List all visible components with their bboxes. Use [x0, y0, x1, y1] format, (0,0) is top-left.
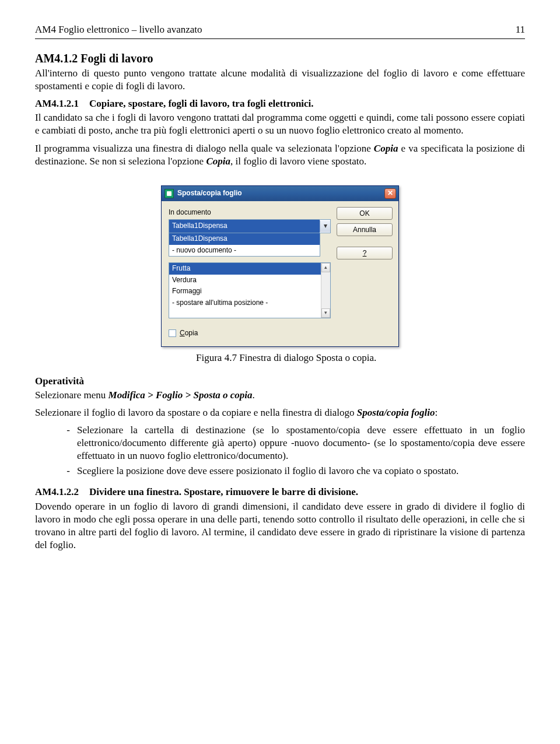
menu-path: Modifica > Foglio > Sposta o copia	[108, 389, 253, 401]
page-header: AM4 Foglio elettronico – livello avanzat…	[35, 23, 525, 36]
header-rule	[35, 38, 525, 39]
heading-number: AM4.1.2.1	[35, 98, 79, 109]
list-item[interactable]: - spostare all'ultima posizione -	[169, 297, 330, 309]
before-sheet-listbox[interactable]: Frutta Verdura Formaggi - spostare all'u…	[169, 262, 331, 318]
document-combobox[interactable]: Tabella1Dispensa ▾	[169, 219, 331, 233]
move-copy-dialog: Sposta/copia foglio ✕ In documento Tabel…	[161, 185, 399, 347]
list-item[interactable]: Formaggi	[169, 286, 330, 297]
heading-title: Copiare, spostare, fogli di lavoro, tra …	[89, 98, 314, 109]
section-heading-2: AM4.1.2.1Copiare, spostare, fogli di lav…	[35, 97, 525, 110]
operativita-line1: Selezionare menu Modifica > Foglio > Spo…	[35, 389, 525, 402]
dropdown-option[interactable]: Tabella1Dispensa	[169, 233, 320, 245]
page-number: 11	[516, 23, 525, 36]
scroll-up-icon[interactable]: ▴	[321, 263, 330, 272]
copy-checkbox[interactable]	[169, 329, 176, 337]
emphasis-copia: Copia	[374, 143, 398, 154]
copy-checkbox-row: Copia	[169, 329, 331, 338]
section1-paragraph: All'interno di questo punto vengono trat…	[35, 67, 525, 93]
app-icon	[164, 189, 174, 198]
section2-paragraph2: Il programma visualizza una finestra di …	[35, 142, 525, 168]
scroll-down-icon[interactable]: ▾	[321, 308, 330, 318]
ok-button[interactable]: OK	[337, 207, 393, 220]
heading-number: AM4.1.2.2	[35, 486, 79, 497]
figure-caption: Figura 4.7 Finestra di dialogo Sposta o …	[35, 352, 525, 364]
dialog-name-emphasis: Sposta/copia foglio	[357, 407, 435, 418]
list-item: Selezionare la cartella di destinazione …	[70, 424, 525, 462]
listbox-scrollbar[interactable]: ▴ ▾	[321, 263, 330, 318]
section2-paragraph1: Il candidato sa che i fogli di lavoro ve…	[35, 111, 525, 137]
dialog-title: Sposta/copia foglio	[177, 189, 384, 198]
combobox-selected: Tabella1Dispensa	[169, 220, 320, 233]
section-heading-3: AM4.1.2.2Dividere una finestra. Spostare…	[35, 486, 525, 499]
dropdown-option[interactable]: - nuovo documento -	[169, 245, 320, 257]
label-in-document: In documento	[169, 208, 331, 217]
list-item: Scegliere la posizione dove deve essere …	[70, 465, 525, 478]
document-dropdown-list[interactable]: Tabella1Dispensa - nuovo documento -	[169, 233, 320, 257]
cancel-button[interactable]: Annulla	[337, 223, 393, 236]
operativita-title: Operatività	[35, 375, 525, 388]
heading-title: Dividere una finestra. Spostare, rimuove…	[89, 486, 358, 497]
dialog-titlebar[interactable]: Sposta/copia foglio ✕	[162, 186, 398, 201]
operativita-list: Selezionare la cartella di destinazione …	[35, 424, 525, 478]
help-button[interactable]: ?	[337, 247, 393, 259]
close-icon[interactable]: ✕	[384, 188, 396, 199]
dialog-left-column: In documento Tabella1Dispensa ▾ Tabella1…	[169, 207, 331, 338]
dialog-button-column: OK Annulla ?	[337, 207, 393, 338]
copy-checkbox-label: Copia	[180, 329, 198, 338]
emphasis-copia-2: Copia	[206, 156, 230, 167]
list-item[interactable]: Verdura	[169, 275, 330, 286]
chevron-down-icon[interactable]: ▾	[320, 220, 330, 232]
operativita-paragraph2: Selezionare il foglio di lavoro da spost…	[35, 406, 525, 419]
list-item[interactable]: Frutta	[169, 263, 330, 275]
figure-dialog-wrap: Sposta/copia foglio ✕ In documento Tabel…	[35, 185, 525, 347]
header-left: AM4 Foglio elettronico – livello avanzat…	[35, 23, 202, 36]
dialog-body: In documento Tabella1Dispensa ▾ Tabella1…	[162, 201, 398, 346]
section-heading-1: AM4.1.2 Fogli di lavoro	[35, 51, 525, 66]
section3-paragraph: Dovendo operare in un foglio di lavoro d…	[35, 500, 525, 552]
